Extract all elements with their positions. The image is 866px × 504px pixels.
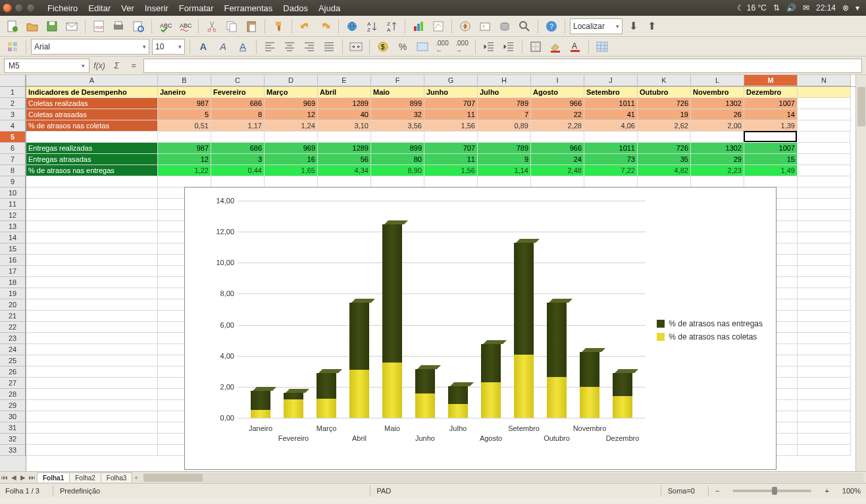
cell-A21[interactable] <box>26 311 158 322</box>
cell-L4[interactable]: 2,00 <box>691 120 744 132</box>
sum-button[interactable]: Σ <box>109 59 124 73</box>
zoom-button[interactable] <box>516 18 533 35</box>
zoom-out-button[interactable]: − <box>708 486 719 496</box>
row-header-27[interactable]: 27 <box>0 378 26 389</box>
cell-M5[interactable] <box>744 131 797 142</box>
row-header-21[interactable]: 21 <box>0 311 26 322</box>
status-insert-mode[interactable]: PAD <box>370 486 392 496</box>
cell-N23[interactable] <box>798 333 851 344</box>
column-header-G[interactable]: G <box>424 75 478 86</box>
find-next-down-button[interactable]: ⬇ <box>625 20 641 32</box>
cell-D3[interactable]: 12 <box>265 109 318 120</box>
embedded-chart[interactable]: 0,002,004,006,008,0010,0012,0014,00Janei… <box>184 187 777 470</box>
row-header-10[interactable]: 10 <box>0 188 26 199</box>
cell-M1[interactable]: Dezembro <box>744 87 798 98</box>
cell-M7[interactable]: 15 <box>744 154 798 165</box>
print-button[interactable] <box>110 18 127 35</box>
function-wizard-button[interactable]: f(x) <box>92 59 107 73</box>
cell-N8[interactable] <box>798 165 851 176</box>
cell-N5[interactable] <box>797 132 850 143</box>
cell-N22[interactable] <box>798 322 851 333</box>
row-header-17[interactable]: 17 <box>0 266 26 277</box>
cell-N17[interactable] <box>798 266 851 277</box>
new-doc-button[interactable] <box>4 18 21 35</box>
cell-H4[interactable]: 0,89 <box>478 120 531 132</box>
add-decimal-button[interactable]: .000← <box>434 38 451 55</box>
cell-A32[interactable] <box>26 434 158 445</box>
cell-N3[interactable] <box>798 109 851 120</box>
row-header-3[interactable]: 3 <box>0 109 26 120</box>
cell-N25[interactable] <box>798 355 851 366</box>
cell-H7[interactable]: 9 <box>478 154 531 165</box>
cell-J4[interactable]: 4,06 <box>584 120 638 132</box>
print-preview-button[interactable] <box>130 18 147 35</box>
cell-N14[interactable] <box>798 232 851 243</box>
cell-N19[interactable] <box>798 288 851 299</box>
column-header-D[interactable]: D <box>265 75 318 86</box>
menu-ver[interactable]: Ver <box>116 3 140 13</box>
cut-button[interactable] <box>203 18 220 35</box>
cell-B5[interactable] <box>158 132 211 143</box>
menu-inserir[interactable]: Inserir <box>140 3 174 13</box>
align-center-button[interactable] <box>281 38 298 55</box>
cell-N2[interactable] <box>798 98 851 109</box>
row-header-32[interactable]: 32 <box>0 434 26 445</box>
font-name-combo[interactable]: Arial <box>31 39 149 55</box>
cell-H8[interactable]: 1,14 <box>478 165 531 176</box>
cell-C2[interactable]: 686 <box>211 98 265 109</box>
cell-N13[interactable] <box>798 221 851 232</box>
row-header-13[interactable]: 13 <box>0 221 26 232</box>
clock[interactable]: 22:14 <box>816 3 836 13</box>
copy-button[interactable] <box>223 18 240 35</box>
spellcheck-button[interactable]: ABC <box>157 18 174 35</box>
sheet-tab-folha2[interactable]: Folha2 <box>69 472 101 482</box>
row-header-12[interactable]: 12 <box>0 210 26 221</box>
help-button[interactable]: ? <box>543 18 560 35</box>
cell-H2[interactable]: 789 <box>478 98 531 109</box>
cell-E7[interactable]: 56 <box>318 154 371 165</box>
cell-G9[interactable] <box>424 176 478 188</box>
cell-H5[interactable] <box>478 132 531 143</box>
cell-K3[interactable]: 19 <box>638 109 691 120</box>
cell-E6[interactable]: 1289 <box>318 143 371 154</box>
cell-C5[interactable] <box>211 132 265 143</box>
cell-D9[interactable] <box>265 176 318 188</box>
indicator-icon[interactable]: ▾ <box>855 3 859 13</box>
row-header-26[interactable]: 26 <box>0 366 26 378</box>
row-header-33[interactable]: 33 <box>0 445 26 456</box>
row-header-22[interactable]: 22 <box>0 322 26 333</box>
cell-C6[interactable]: 686 <box>211 143 265 154</box>
cell-N28[interactable] <box>798 389 851 400</box>
cell-M8[interactable]: 1,49 <box>744 165 798 176</box>
minimize-window-button[interactable] <box>14 3 24 13</box>
merge-cells-button[interactable] <box>347 38 365 55</box>
cell-L2[interactable]: 1302 <box>691 98 744 109</box>
paste-button[interactable] <box>243 18 260 35</box>
navigator-button[interactable] <box>457 18 474 35</box>
cell-A20[interactable] <box>26 299 158 311</box>
cell-K2[interactable]: 726 <box>638 98 691 109</box>
cell-A31[interactable] <box>26 422 158 434</box>
cell-J9[interactable] <box>584 176 638 188</box>
bold-button[interactable]: A <box>195 38 212 55</box>
cell-A23[interactable] <box>26 333 158 344</box>
cell-I1[interactable]: Agosto <box>531 87 584 98</box>
row-header-11[interactable]: 11 <box>0 199 26 210</box>
cell-A24[interactable] <box>26 344 158 355</box>
data-sources-button[interactable] <box>496 18 513 35</box>
cell-L1[interactable]: Novembro <box>691 87 744 98</box>
cell-N1[interactable] <box>798 87 851 98</box>
cell-A25[interactable] <box>26 355 158 366</box>
cell-F1[interactable]: Maio <box>371 87 424 98</box>
open-button[interactable] <box>24 18 41 35</box>
column-header-I[interactable]: I <box>531 75 584 86</box>
cell-F3[interactable]: 32 <box>371 109 424 120</box>
cell-C8[interactable]: 0,44 <box>211 165 265 176</box>
row-header-5[interactable]: 5 <box>0 132 26 143</box>
row-header-24[interactable]: 24 <box>0 344 26 355</box>
row-header-28[interactable]: 28 <box>0 389 26 400</box>
cell-E8[interactable]: 4,34 <box>318 165 371 176</box>
cell-A26[interactable] <box>26 366 158 378</box>
cell-I7[interactable]: 24 <box>531 154 584 165</box>
menu-formatar[interactable]: Formatar <box>174 3 219 13</box>
